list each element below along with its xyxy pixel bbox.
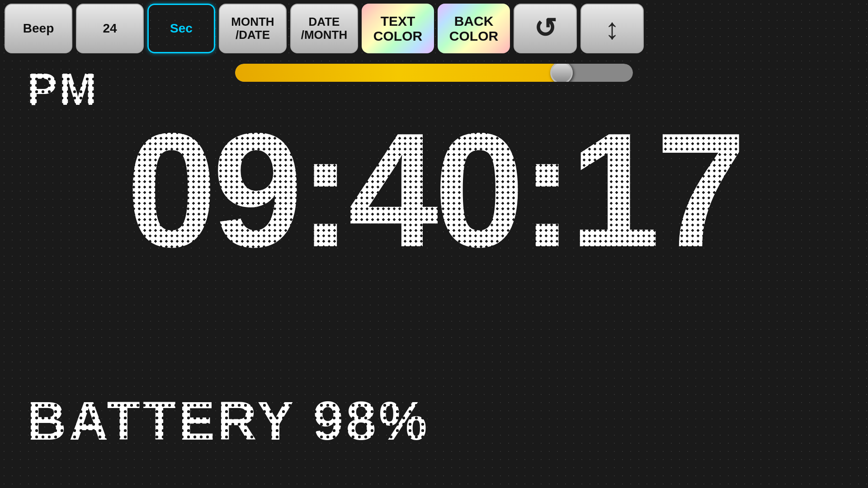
sec-label: Sec (170, 22, 193, 36)
hours-button[interactable]: 24 (76, 4, 144, 53)
text-color-button[interactable]: TEXTCOLOR (362, 4, 434, 53)
toolbar: Beep 24 Sec MONTH/DATE DATE/MONTH TEXTCO… (0, 0, 868, 57)
period-label: PM (27, 63, 99, 115)
updown-button[interactable]: ↕ (580, 4, 644, 53)
rotate-icon: ↺ (534, 15, 557, 42)
color-slider[interactable] (235, 64, 633, 82)
back-color-label: BACKCOLOR (449, 14, 498, 43)
slider-fill (235, 64, 561, 82)
beep-label: Beep (23, 22, 54, 36)
sec-button[interactable]: Sec (147, 4, 215, 53)
date-month-button[interactable]: DATE/MONTH (290, 4, 358, 53)
date-month-label: DATE/MONTH (301, 15, 348, 41)
slider-thumb[interactable] (550, 64, 573, 82)
battery-label: BATTERY 98% (27, 389, 430, 452)
hours-label: 24 (103, 22, 117, 36)
color-slider-area (0, 59, 868, 86)
month-date-label: MONTH/DATE (231, 15, 274, 41)
rotate-button[interactable]: ↺ (514, 4, 577, 53)
clock-time-display: 09:40:17 (23, 108, 845, 271)
updown-icon: ↕ (605, 14, 620, 43)
text-color-label: TEXTCOLOR (373, 14, 422, 43)
beep-button[interactable]: Beep (5, 4, 72, 53)
back-color-button[interactable]: BACKCOLOR (438, 4, 510, 53)
month-date-button[interactable]: MONTH/DATE (219, 4, 287, 53)
